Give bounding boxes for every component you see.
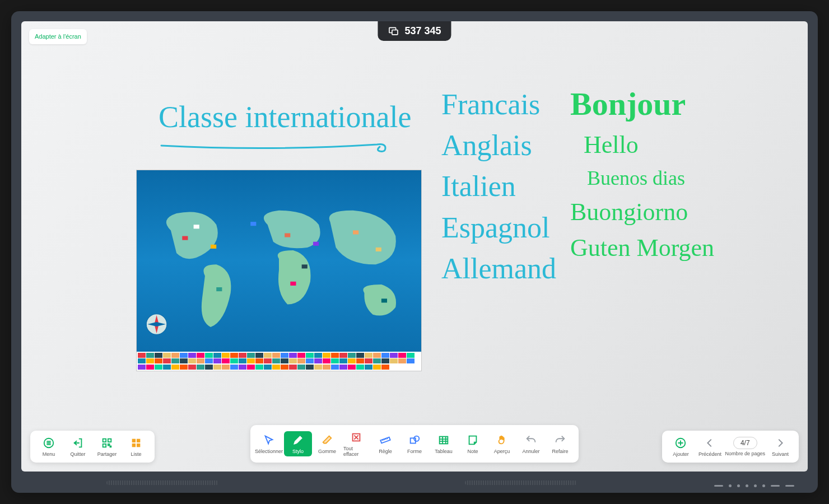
svg-rect-8 — [376, 248, 381, 251]
handwritten-language: Allemand — [441, 253, 556, 284]
clear-icon — [350, 431, 362, 444]
page-count-label: Nombre de pages — [725, 451, 765, 456]
prev-page-button[interactable]: Précédent — [696, 434, 724, 459]
svg-rect-26 — [380, 437, 390, 444]
qr-icon — [101, 437, 113, 449]
next-page-button[interactable]: Suivant — [766, 434, 794, 459]
tool-label: Tout effacer — [343, 446, 369, 457]
handwritten-title: Classe internationale — [159, 100, 411, 134]
eraser-icon — [321, 434, 333, 446]
screen: Adapter à l'écran 537 345 Classe interna… — [21, 21, 808, 472]
pen-icon — [292, 434, 304, 446]
monitor-frame: Adapter à l'écran 537 345 Classe interna… — [11, 11, 818, 493]
screen-share-icon — [388, 26, 399, 37]
svg-rect-12 — [313, 242, 319, 246]
share-button[interactable]: Partager — [93, 434, 121, 459]
tool-label: Ajouter — [673, 451, 689, 457]
title-flourish — [159, 139, 394, 156]
world-map-svg — [137, 182, 421, 358]
handwritten-greeting: Bonjour — [570, 86, 714, 123]
tool-label: Règle — [379, 449, 392, 454]
toolbar-center: Sélectionner Stylo Gomme Tout effacer Rè… — [250, 425, 579, 463]
tool-label: Liste — [131, 451, 141, 457]
svg-rect-20 — [110, 446, 111, 447]
undo-button[interactable]: Annuler — [517, 431, 545, 456]
tool-label: Forme — [407, 449, 422, 454]
handwritten-language: Anglais — [441, 129, 556, 161]
languages-column: Francais Anglais Italien Espagnol Allema… — [441, 88, 556, 284]
grid-icon — [130, 437, 142, 449]
ruler-icon — [379, 434, 392, 446]
hand-icon — [496, 434, 508, 446]
tool-label: Stylo — [292, 449, 304, 454]
table-tool[interactable]: Tableau — [430, 431, 458, 456]
svg-rect-16 — [103, 439, 106, 442]
ruler-tool[interactable]: Règle — [371, 431, 399, 456]
tool-label: Tableau — [435, 449, 453, 454]
svg-rect-7 — [353, 231, 358, 235]
handwritten-greeting: Guten Morgen — [570, 234, 714, 263]
tool-label: Gomme — [318, 449, 336, 454]
redo-icon — [554, 434, 566, 446]
svg-rect-23 — [132, 444, 136, 447]
svg-rect-29 — [440, 437, 448, 444]
tool-label: Menu — [43, 451, 55, 457]
tool-label: Précédent — [698, 451, 721, 457]
shape-icon — [408, 434, 421, 446]
fit-to-screen-button[interactable]: Adapter à l'écran — [29, 29, 87, 44]
svg-rect-10 — [194, 225, 199, 229]
svg-rect-4 — [216, 287, 222, 291]
session-code-bar[interactable]: 537 345 — [378, 21, 451, 41]
page-indicator[interactable]: 4/7 Nombre de pages — [725, 437, 765, 456]
table-icon — [437, 434, 450, 446]
tool-label: Quitter — [70, 451, 85, 457]
svg-rect-24 — [137, 444, 140, 447]
whiteboard-canvas[interactable]: Classe internationale — [38, 55, 791, 416]
svg-rect-9 — [381, 299, 387, 303]
menu-button[interactable]: Menu — [35, 434, 63, 459]
exit-icon — [72, 437, 84, 449]
tool-label: Aperçu — [494, 449, 510, 454]
add-page-button[interactable]: Ajouter — [667, 434, 695, 459]
session-code-value: 537 345 — [404, 25, 441, 37]
tool-label: Annuler — [522, 449, 539, 454]
handwritten-greeting: Buongiorno — [570, 198, 714, 227]
bezel-indicators — [714, 484, 794, 487]
svg-rect-13 — [290, 282, 296, 286]
handwritten-greeting: Hello — [584, 131, 714, 160]
greetings-column: Bonjour Hello Buenos dias Buongiorno Gut… — [570, 86, 714, 263]
tool-label: Partager — [97, 451, 117, 457]
cursor-icon — [263, 434, 275, 446]
svg-rect-11 — [250, 222, 256, 226]
chevron-right-icon — [774, 437, 786, 449]
preview-tool[interactable]: Aperçu — [488, 431, 516, 456]
note-icon — [467, 434, 479, 446]
tool-label: Note — [467, 449, 478, 454]
redo-button[interactable]: Refaire — [546, 431, 574, 456]
speaker-grille — [106, 480, 218, 485]
plus-circle-icon — [674, 437, 687, 449]
page-count-badge: 4/7 — [733, 437, 757, 449]
note-tool[interactable]: Note — [459, 431, 487, 456]
clear-all-tool[interactable]: Tout effacer — [342, 428, 370, 459]
svg-rect-18 — [103, 444, 106, 447]
toolbar-right: Ajouter Précédent 4/7 Nombre de pages Su… — [662, 431, 799, 463]
svg-rect-6 — [302, 265, 308, 269]
handwritten-language: Italien — [441, 170, 556, 202]
undo-icon — [525, 434, 537, 446]
svg-rect-19 — [108, 444, 110, 446]
list-button[interactable]: Liste — [122, 434, 150, 459]
svg-rect-17 — [108, 439, 111, 442]
svg-rect-5 — [285, 234, 290, 237]
shape-tool[interactable]: Forme — [400, 431, 429, 456]
svg-rect-3 — [211, 245, 216, 249]
select-tool[interactable]: Sélectionner — [255, 431, 283, 456]
eraser-tool[interactable]: Gomme — [313, 431, 341, 456]
handwritten-language: Francais — [441, 88, 556, 120]
quit-button[interactable]: Quitter — [64, 434, 92, 459]
svg-rect-1 — [392, 30, 398, 34]
handwritten-greeting: Buenos dias — [587, 167, 714, 190]
pen-tool[interactable]: Stylo — [284, 431, 312, 456]
flag-strip — [137, 352, 421, 371]
toolbar-left: Menu Quitter Partager Liste — [30, 431, 155, 463]
